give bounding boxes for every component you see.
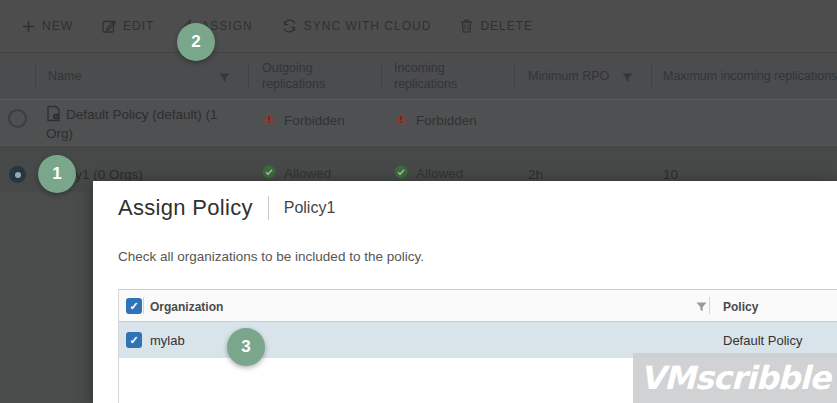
column-separator <box>651 62 652 90</box>
column-separator <box>248 62 249 90</box>
app-screen: NEW EDIT ASSIGN SYNC WITH CLOUD DELETE N… <box>0 0 837 403</box>
annotation-badge-1: 1 <box>38 155 76 193</box>
modal-context-label: Policy1 <box>284 199 336 217</box>
column-header-incoming: Incoming replications <box>394 53 506 99</box>
edit-button-label: EDIT <box>123 19 154 33</box>
filter-icon[interactable] <box>219 72 230 86</box>
outgoing-status-label: Allowed <box>284 166 331 181</box>
badge-number: 3 <box>241 337 250 357</box>
column-header-min-rpo: Minimum RPO <box>528 53 609 99</box>
delete-button-label: DELETE <box>480 19 533 33</box>
sync-with-cloud-button[interactable]: SYNC WITH CLOUD <box>282 19 432 33</box>
policy-column-header: Policy <box>723 300 758 314</box>
sync-with-cloud-button-label: SYNC WITH CLOUD <box>304 19 432 33</box>
warning-triangle-icon <box>262 112 276 128</box>
outgoing-status: Forbidden <box>262 112 345 128</box>
badge-number: 2 <box>191 32 200 52</box>
edit-icon <box>102 19 116 33</box>
column-separator <box>35 62 36 90</box>
organization-name-label: mylab <box>150 333 185 348</box>
watermark-text: VMscribble <box>640 359 830 397</box>
column-header-name-label: Name <box>48 69 81 83</box>
outgoing-status: Allowed <box>262 165 331 182</box>
check-circle-icon <box>262 165 276 182</box>
badge-number: 1 <box>52 164 61 184</box>
organization-column-header: Organization <box>150 300 223 314</box>
column-separator <box>143 297 144 314</box>
column-header-incoming-label: Incoming replications <box>394 60 506 92</box>
column-header-outgoing-label: Outgoing replications <box>262 60 374 92</box>
min-rpo-cell: 2h <box>528 167 543 182</box>
column-separator <box>709 297 710 314</box>
trash-icon <box>460 19 473 33</box>
policy-name-cell: Default Policy (default) (1 Org) <box>46 105 246 143</box>
incoming-status-label: Forbidden <box>416 113 477 128</box>
assigned-policy-label: Default Policy <box>723 333 802 348</box>
annotation-badge-2: 2 <box>177 23 215 61</box>
edit-button[interactable]: EDIT <box>102 19 154 33</box>
max-incoming-cell: 10 <box>663 167 678 182</box>
modal-description: Check all organizations to be included t… <box>118 249 424 264</box>
organizations-table-header: ✓ Organization Policy <box>119 289 837 322</box>
incoming-status: Allowed <box>394 165 463 182</box>
new-button-label: NEW <box>42 19 73 33</box>
policy-name-label: Default Policy (default) (1 Org) <box>46 107 218 141</box>
incoming-status-label: Allowed <box>416 166 463 181</box>
row-radio-selected[interactable] <box>9 166 26 183</box>
sync-icon <box>282 19 297 33</box>
warning-triangle-icon <box>394 112 408 128</box>
select-all-checkbox[interactable]: ✓ <box>126 298 142 314</box>
filter-icon[interactable] <box>696 301 707 315</box>
modal-header: Assign Policy Policy1 <box>118 192 335 224</box>
plus-icon <box>22 20 35 33</box>
column-separator <box>514 62 515 90</box>
column-header-outgoing: Outgoing replications <box>262 53 374 99</box>
check-circle-icon <box>394 165 408 182</box>
policies-toolbar: NEW EDIT ASSIGN SYNC WITH CLOUD DELETE <box>0 0 837 53</box>
annotation-badge-3: 3 <box>227 328 265 366</box>
row-checkbox-checked[interactable]: ✓ <box>126 332 142 348</box>
modal-title: Assign Policy <box>118 195 253 221</box>
radio-dot <box>15 172 21 178</box>
column-header-min-rpo-label: Minimum RPO <box>528 69 609 83</box>
delete-button[interactable]: DELETE <box>460 19 533 33</box>
column-header-max-incoming: Maximum incoming replications <box>663 53 837 99</box>
outgoing-status-label: Forbidden <box>284 113 345 128</box>
incoming-status: Forbidden <box>394 112 477 128</box>
policy-grid-header: Name Outgoing replications Incoming repl… <box>0 53 837 100</box>
vmscribble-watermark: VMscribble <box>633 353 837 403</box>
column-separator <box>381 62 382 90</box>
filter-icon[interactable] <box>622 72 633 86</box>
new-button[interactable]: NEW <box>22 19 73 33</box>
row-radio-unselected[interactable] <box>8 109 27 128</box>
column-header-name: Name <box>48 53 81 99</box>
policy-row-default[interactable]: Default Policy (default) (1 Org) Forbidd… <box>0 100 837 145</box>
policy-file-icon <box>46 105 61 122</box>
column-header-max-incoming-label: Maximum incoming replications <box>663 69 837 83</box>
title-separator <box>268 196 269 220</box>
